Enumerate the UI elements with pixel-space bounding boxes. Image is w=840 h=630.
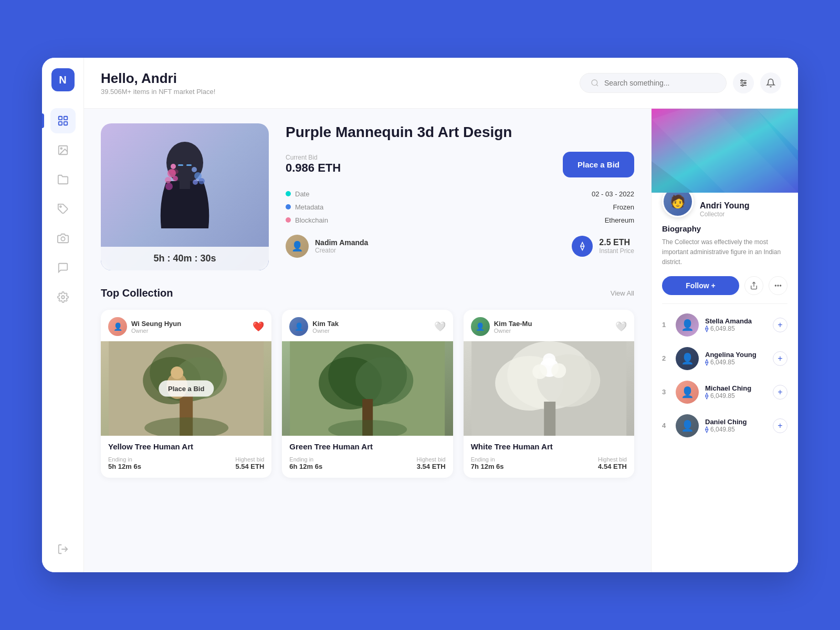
sidebar-item-folder[interactable] — [50, 167, 76, 192]
sidebar-item-logout[interactable] — [50, 537, 76, 562]
svg-point-55 — [532, 364, 547, 379]
place-bid-button[interactable]: Place a Bid — [563, 152, 634, 177]
instant-price-details: 2.5 ETH Instant Price — [599, 238, 634, 255]
view-all-link[interactable]: View All — [611, 289, 634, 297]
card-owner-1: 👤 Wi Seung Hyun Owner — [108, 317, 181, 336]
svg-point-30 — [198, 178, 205, 184]
mannequin-svg — [127, 134, 243, 260]
sidebar-bottom — [50, 537, 76, 562]
meta-table: Date 02 - 03 - 2022 Metadata Fro — [286, 190, 634, 224]
share-icon — [750, 281, 758, 290]
instant-price: ⟠ 2.5 ETH Instant Price — [572, 236, 634, 257]
card-footer-3: Ending in 7h 12m 6s Highest bid 4.54 ETH — [471, 456, 627, 470]
add-collector-4[interactable]: + — [773, 418, 788, 433]
app-logo[interactable]: N — [51, 68, 75, 91]
section-header: Top Collection View All — [101, 287, 634, 299]
profile-banner — [652, 109, 798, 193]
creator-info: 👤 Nadim Amanda Creator — [286, 235, 368, 258]
svg-line-11 — [596, 85, 598, 86]
svg-point-57 — [543, 353, 555, 366]
creator-row: 👤 Nadim Amanda Creator ⟠ 2.5 E — [286, 235, 634, 258]
eth-icon: ⟠ — [572, 236, 593, 257]
featured-section: 5h : 40m : 30s Purple Mannequin 3d Art D… — [101, 123, 634, 270]
svg-rect-22 — [180, 181, 190, 189]
meta-row-blockchain: Blockchain Ethereum — [286, 216, 634, 224]
sidebar-item-settings[interactable] — [50, 285, 76, 310]
add-collector-1[interactable]: + — [773, 318, 788, 332]
header-subtitle: 39.506M+ items in NFT market Place! — [101, 88, 215, 96]
collector-info-1: Stella Amanda ⟠ 6,049.85 — [705, 317, 766, 332]
profile-banner-inner — [652, 109, 798, 193]
follow-button[interactable]: Follow + — [662, 276, 739, 295]
sidebar-item-dashboard[interactable] — [50, 108, 76, 133]
svg-point-10 — [592, 80, 597, 86]
creator-details: Nadim Amanda Creator — [315, 238, 368, 254]
header-center — [580, 72, 781, 93]
svg-point-64 — [775, 285, 776, 286]
green-tree-art — [282, 341, 453, 436]
notification-button[interactable] — [760, 72, 781, 93]
search-input[interactable] — [604, 79, 716, 87]
profile-actions: Follow + — [652, 276, 798, 303]
place-bid-overlay-1[interactable]: Place a Bid — [159, 381, 214, 397]
featured-title: Purple Mannequin 3d Art Design — [286, 123, 634, 141]
bell-icon — [766, 78, 775, 88]
collection-card-1: 👤 Wi Seung Hyun Owner ❤️ — [101, 310, 271, 478]
svg-point-66 — [780, 285, 781, 286]
svg-rect-53 — [544, 402, 555, 436]
like-button-3[interactable]: 🤍 — [615, 321, 627, 332]
search-icon — [591, 79, 599, 87]
collector-avatar-3: 👤 — [676, 381, 699, 404]
header-icons — [733, 72, 781, 93]
collector-row-4: 4 👤 Daniel Ching ⟠ 6,049.85 + — [652, 409, 798, 443]
biography: Biography The Collector was effectively … — [652, 224, 798, 276]
profile-info: 🧑 Andri Young Collector — [652, 193, 798, 224]
profile-details: Andri Young Collector — [700, 201, 750, 218]
svg-point-29 — [193, 180, 198, 185]
header: Hello, Andri 39.506M+ items in NFT marke… — [84, 58, 798, 109]
sidebar: N — [42, 58, 84, 572]
card-body-2: Green Tree Human Art Ending in 6h 12m 6s… — [282, 436, 453, 478]
svg-rect-32 — [178, 164, 183, 166]
filter-button[interactable] — [733, 72, 754, 93]
metadata-dot — [286, 204, 291, 209]
collection-card-3: 👤 Kim Tae-Mu Owner 🤍 — [464, 310, 634, 478]
svg-rect-2 — [58, 122, 61, 125]
more-button[interactable] — [769, 276, 788, 295]
svg-point-12 — [741, 80, 743, 81]
card-owner-2: 👤 Kim Tak Owner — [289, 317, 339, 336]
svg-point-27 — [171, 164, 176, 169]
sidebar-item-chat[interactable] — [50, 255, 76, 280]
add-collector-2[interactable]: + — [773, 351, 788, 366]
card-body-3: White Tree Human Art Ending in 7h 12m 6s… — [464, 436, 634, 478]
collector-avatar-1: 👤 — [676, 313, 699, 337]
white-tree-art — [464, 341, 634, 436]
content-area: 5h : 40m : 30s Purple Mannequin 3d Art D… — [84, 109, 798, 572]
filter-icon — [739, 78, 748, 88]
banner-decoration — [652, 109, 798, 193]
share-button[interactable] — [744, 276, 763, 295]
svg-rect-0 — [58, 117, 61, 120]
more-icon — [774, 281, 782, 290]
sidebar-item-tag[interactable] — [50, 196, 76, 222]
add-collector-3[interactable]: + — [773, 385, 788, 400]
collector-avatar-2: 👤 — [676, 347, 699, 370]
card-footer-2: Ending in 6h 12m 6s Highest bid 3.54 ETH — [289, 456, 445, 470]
right-panel: 🧑 Andri Young Collector Biography The Co… — [651, 109, 798, 572]
search-bar[interactable] — [580, 73, 727, 93]
like-button-1[interactable]: ❤️ — [253, 321, 264, 332]
svg-rect-3 — [64, 122, 67, 125]
collector-row-3: 3 👤 Michael Ching ⟠ 6,049.85 + — [652, 375, 798, 409]
svg-point-56 — [551, 363, 566, 378]
svg-point-46 — [355, 357, 413, 404]
owner-avatar-2: 👤 — [289, 317, 308, 336]
sidebar-nav — [50, 108, 76, 532]
sidebar-item-gallery[interactable] — [50, 138, 76, 163]
owner-info-3: Kim Tae-Mu Owner — [494, 320, 532, 334]
owner-avatar-1: 👤 — [108, 317, 127, 336]
like-button-2[interactable]: 🤍 — [434, 321, 446, 332]
card-body-1: Yellow Tree Human Art Ending in 5h 12m 6… — [101, 436, 271, 478]
card-footer-1: Ending in 5h 12m 6s Highest bid 5.54 ETH — [108, 456, 264, 470]
bid-row: Current Bid 0.986 ETH Place a Bid — [286, 152, 634, 177]
sidebar-item-camera[interactable] — [50, 226, 76, 251]
